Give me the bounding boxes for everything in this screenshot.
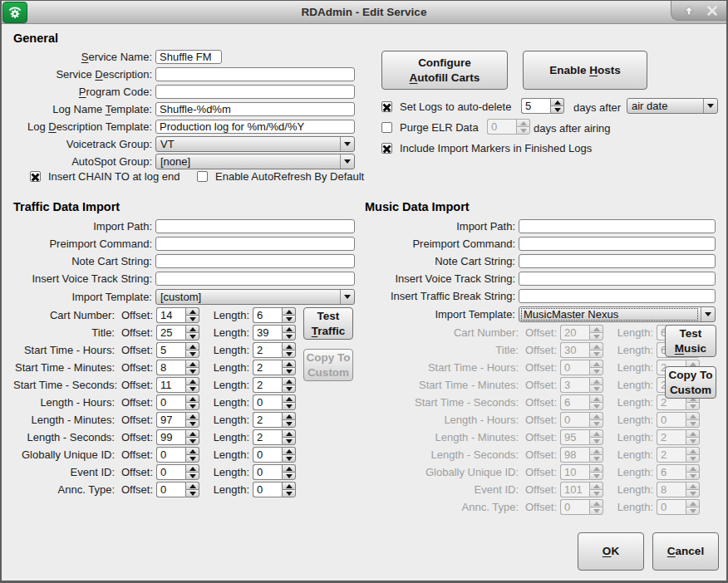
spin-up-button[interactable] bbox=[185, 429, 199, 437]
spin-up-button[interactable] bbox=[185, 307, 199, 315]
spin-up-button[interactable] bbox=[282, 464, 296, 472]
spin-up-button[interactable] bbox=[185, 447, 199, 454]
auto-delete-days-spinbox[interactable]: 5 bbox=[521, 98, 564, 114]
spin-up-button[interactable] bbox=[185, 394, 199, 402]
spin-down-button[interactable] bbox=[185, 385, 199, 393]
offset-spinbox[interactable]: 14 bbox=[156, 307, 199, 323]
spin-down-button[interactable] bbox=[185, 332, 199, 340]
length-value[interactable]: 0 bbox=[253, 464, 282, 480]
offset-value[interactable]: 8 bbox=[156, 360, 185, 375]
spin-down-button[interactable] bbox=[282, 385, 296, 393]
spin-up-button[interactable] bbox=[282, 394, 296, 402]
length-value[interactable]: 2 bbox=[253, 377, 282, 393]
spin-down-button[interactable] bbox=[282, 350, 296, 358]
spin-down-button[interactable] bbox=[550, 105, 564, 114]
service-description-input[interactable] bbox=[155, 67, 355, 81]
offset-value[interactable]: 0 bbox=[156, 464, 185, 480]
spin-down-button[interactable] bbox=[185, 437, 199, 445]
ok-button[interactable]: OK bbox=[578, 532, 644, 571]
shade-window-button[interactable] bbox=[681, 3, 696, 18]
length-spinbox[interactable]: 2 bbox=[253, 429, 296, 445]
offset-value[interactable]: 97 bbox=[156, 412, 185, 428]
spin-down-button[interactable] bbox=[185, 350, 199, 358]
spin-up-button[interactable] bbox=[282, 360, 296, 367]
offset-spinbox[interactable]: 97 bbox=[156, 412, 199, 428]
offset-spinbox[interactable]: 99 bbox=[156, 429, 199, 445]
spin-down-button[interactable] bbox=[282, 367, 296, 375]
offset-spinbox[interactable]: 0 bbox=[156, 482, 199, 497]
offset-value[interactable]: 0 bbox=[156, 482, 185, 497]
length-spinbox[interactable]: 6 bbox=[253, 307, 296, 323]
offset-spinbox[interactable]: 25 bbox=[156, 325, 199, 340]
air-date-select[interactable]: air date bbox=[627, 98, 718, 114]
spin-up-button[interactable] bbox=[282, 342, 296, 350]
test-traffic-button[interactable]: Test Traffic bbox=[303, 307, 353, 340]
length-value[interactable]: 6 bbox=[253, 307, 282, 323]
spin-down-button[interactable] bbox=[282, 437, 296, 445]
offset-value[interactable]: 0 bbox=[156, 394, 185, 410]
offset-spinbox[interactable]: 0 bbox=[156, 464, 199, 480]
offset-value[interactable]: 11 bbox=[156, 377, 185, 393]
spin-up-button[interactable] bbox=[185, 464, 199, 472]
spin-up-button[interactable] bbox=[185, 342, 199, 350]
offset-value[interactable]: 0 bbox=[156, 447, 185, 463]
spin-down-button[interactable] bbox=[282, 454, 296, 463]
offset-value[interactable]: 99 bbox=[156, 429, 185, 445]
spin-down-button[interactable] bbox=[282, 489, 296, 497]
log-description-template-input[interactable] bbox=[155, 120, 355, 134]
spin-down-button[interactable] bbox=[282, 315, 296, 323]
length-spinbox[interactable]: 2 bbox=[253, 360, 296, 375]
offset-value[interactable]: 25 bbox=[156, 325, 185, 340]
length-spinbox[interactable]: 0 bbox=[253, 394, 296, 410]
offset-spinbox[interactable]: 5 bbox=[156, 342, 199, 358]
spin-down-button[interactable] bbox=[282, 402, 296, 410]
import-text-input[interactable] bbox=[155, 254, 355, 268]
spin-up-button[interactable] bbox=[550, 98, 564, 105]
configure-autofill-carts-button[interactable]: Configure Autofill Carts bbox=[381, 51, 508, 90]
spin-down-button[interactable] bbox=[185, 402, 199, 410]
spin-down-button[interactable] bbox=[185, 472, 199, 480]
offset-spinbox[interactable]: 8 bbox=[156, 360, 199, 375]
spin-up-button[interactable] bbox=[185, 482, 199, 489]
auto-delete-days-value[interactable]: 5 bbox=[521, 98, 550, 114]
spin-down-button[interactable] bbox=[185, 315, 199, 323]
import-text-input[interactable] bbox=[519, 219, 716, 233]
spin-up-button[interactable] bbox=[282, 325, 296, 332]
spin-up-button[interactable] bbox=[282, 429, 296, 437]
import-markers-checkbox[interactable] bbox=[381, 143, 392, 154]
spin-up-button[interactable] bbox=[282, 412, 296, 419]
close-window-button[interactable] bbox=[705, 3, 720, 18]
spin-up-button[interactable] bbox=[282, 307, 296, 315]
insert-chain-checkbox[interactable] bbox=[30, 171, 41, 182]
offset-value[interactable]: 14 bbox=[156, 307, 185, 323]
autorefresh-checkbox[interactable] bbox=[197, 171, 208, 182]
length-value[interactable]: 39 bbox=[253, 325, 282, 340]
length-value[interactable]: 0 bbox=[253, 394, 282, 410]
spin-up-button[interactable] bbox=[185, 412, 199, 419]
length-spinbox[interactable]: 2 bbox=[253, 412, 296, 428]
length-spinbox[interactable]: 0 bbox=[253, 447, 296, 463]
music-import-template-select[interactable]: MusicMaster Nexus bbox=[519, 306, 716, 322]
length-value[interactable]: 2 bbox=[253, 429, 282, 445]
length-spinbox[interactable]: 0 bbox=[253, 464, 296, 480]
import-text-input[interactable] bbox=[155, 272, 355, 286]
auto-delete-checkbox[interactable] bbox=[381, 101, 392, 112]
length-spinbox[interactable]: 2 bbox=[253, 377, 296, 393]
test-music-button[interactable]: Test Music bbox=[665, 325, 716, 357]
import-text-input[interactable] bbox=[519, 289, 716, 303]
purge-elr-checkbox[interactable] bbox=[381, 122, 392, 133]
import-text-input[interactable] bbox=[519, 272, 716, 286]
cancel-button[interactable]: Cancel bbox=[652, 532, 719, 571]
spin-up-button[interactable] bbox=[185, 377, 199, 385]
spin-up-button[interactable] bbox=[282, 482, 296, 489]
length-value[interactable]: 2 bbox=[253, 412, 282, 428]
spin-up-button[interactable] bbox=[185, 360, 199, 367]
spin-down-button[interactable] bbox=[185, 419, 199, 428]
length-spinbox[interactable]: 39 bbox=[253, 325, 296, 340]
program-code-input[interactable] bbox=[155, 85, 355, 99]
import-text-input[interactable] bbox=[155, 219, 355, 233]
length-value[interactable]: 2 bbox=[253, 360, 282, 375]
log-name-template-input[interactable] bbox=[155, 102, 355, 116]
enable-hosts-button[interactable]: Enable Hosts bbox=[523, 51, 647, 90]
offset-spinbox[interactable]: 0 bbox=[156, 394, 199, 410]
